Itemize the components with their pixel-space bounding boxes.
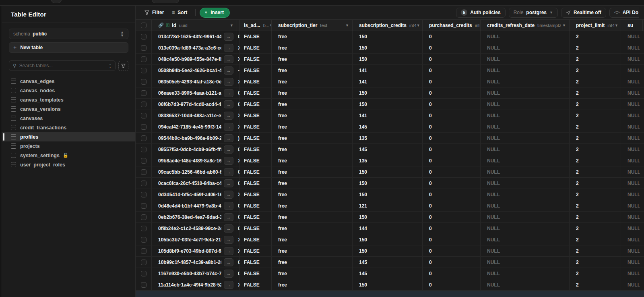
cell-credits-refresh-date[interactable]: NULL — [481, 31, 570, 42]
cell-credits-refresh-date[interactable]: NULL — [481, 87, 570, 98]
cell-subscription-credits[interactable]: 150 — [353, 87, 423, 98]
cell-project-limit[interactable]: 2 — [570, 87, 621, 98]
cell-purchased-credits[interactable]: 0 — [423, 178, 481, 189]
cell-clipped-right[interactable]: NULL — [621, 234, 643, 245]
cell-subscription-credits[interactable]: 145 — [353, 121, 423, 132]
cell-id[interactable]: 06f6b7d3-977d-4cd0-acd4-4a78...→ — [152, 99, 237, 110]
cell-credits-refresh-date[interactable]: NULL — [481, 99, 570, 110]
cell-is-admin[interactable]: FALSE — [240, 200, 272, 211]
cell-clipped-right[interactable]: NULL — [621, 279, 643, 290]
cell-id[interactable]: 048c4e50-b989-455e-847e-fb2f...→ — [152, 54, 237, 64]
cell-purchased-credits[interactable]: 0 — [423, 245, 481, 256]
cell-subscription-credits[interactable]: 145 — [353, 144, 423, 155]
column-header-clipped[interactable] — [237, 20, 240, 31]
cell-purchased-credits[interactable]: 0 — [423, 257, 481, 268]
cell-credits-refresh-date[interactable]: NULL — [481, 42, 570, 53]
cell-project-limit[interactable]: 2 — [570, 257, 621, 268]
cell-is-admin[interactable]: FALSE — [240, 31, 272, 42]
column-header-purchased-credits[interactable]: purchased_credits int4 ▼ — [423, 20, 481, 31]
cell-subscription-tier[interactable]: free — [272, 223, 353, 234]
expand-row-button[interactable]: → — [224, 157, 233, 165]
cell-subscription-tier[interactable]: free — [272, 54, 353, 64]
cell-is-admin[interactable]: FALSE — [240, 144, 272, 155]
cell-purchased-credits[interactable]: 0 — [423, 223, 481, 234]
row-checkbox[interactable] — [141, 45, 147, 51]
cell-subscription-credits[interactable]: 150 — [353, 212, 423, 222]
cell-subscription-tier[interactable]: free — [272, 144, 353, 155]
cell-project-limit[interactable]: 2 — [570, 200, 621, 211]
expand-row-button[interactable]: → — [224, 213, 233, 221]
cell-id[interactable]: 0cac6fca-26cf-4510-84ba-c4580...→ — [152, 178, 237, 189]
row-checkbox[interactable] — [141, 282, 147, 288]
cell-project-limit[interactable]: 2 — [570, 54, 621, 64]
cell-is-admin[interactable]: FALSE — [240, 54, 272, 64]
cell-id[interactable]: 09b8ae4e-f48c-4f89-8a8c-1629b...→ — [152, 155, 237, 166]
cell-project-limit[interactable]: 2 — [570, 155, 621, 166]
cell-id[interactable]: 0d48e4d4-b1bf-4479-9a8b-4a4b...→ — [152, 200, 237, 211]
cell-id[interactable]: 013e039a-fd89-473a-a3c6-ccfa9...→ — [152, 42, 237, 53]
row-checkbox[interactable] — [141, 124, 147, 130]
cell-project-limit[interactable]: 2 — [570, 76, 621, 87]
cell-id[interactable]: 0d3d541d-bf5c-459f-a406-16b93...→ — [152, 189, 237, 200]
new-table-button[interactable]: + New table — [9, 42, 128, 53]
cell-subscription-credits[interactable]: 150 — [353, 245, 423, 256]
row-checkbox[interactable] — [141, 203, 147, 209]
cell-project-limit[interactable]: 2 — [570, 178, 621, 189]
expand-row-button[interactable]: → — [224, 270, 233, 278]
cell-purchased-credits[interactable]: 0 — [423, 99, 481, 110]
row-checkbox[interactable] — [141, 68, 147, 73]
column-header-credits-refresh-date[interactable]: credits_refresh_date timestamptz ▼ — [481, 20, 570, 31]
row-checkbox[interactable] — [141, 181, 147, 186]
cell-is-admin[interactable]: FALSE — [240, 87, 272, 98]
cell-credits-refresh-date[interactable]: NULL — [481, 257, 570, 268]
cell-is-admin[interactable]: FALSE — [240, 257, 272, 268]
cell-subscription-credits[interactable]: 121 — [353, 200, 423, 211]
row-checkbox[interactable] — [141, 90, 147, 96]
cell-credits-refresh-date[interactable]: NULL — [481, 268, 570, 279]
cell-clipped-right[interactable]: NULL — [621, 166, 643, 177]
cell-clipped[interactable]: X — [237, 76, 240, 87]
cell-clipped[interactable]: X — [237, 279, 240, 290]
cell-is-admin[interactable]: FALSE — [240, 76, 272, 87]
cell-credits-refresh-date[interactable]: NULL — [481, 189, 570, 200]
cell-subscription-tier[interactable]: free — [272, 65, 353, 76]
cell-credits-refresh-date[interactable]: NULL — [481, 279, 570, 290]
cell-project-limit[interactable]: 2 — [570, 31, 621, 42]
cell-clipped-right[interactable]: NULL — [621, 223, 643, 234]
cell-purchased-credits[interactable]: 0 — [423, 76, 481, 87]
cell-project-limit[interactable]: 2 — [570, 65, 621, 76]
cell-id[interactable]: 0eb2b676-38ed-4ea7-9dad-38e6...→ — [152, 212, 237, 222]
cell-credits-refresh-date[interactable]: NULL — [481, 212, 570, 222]
cell-purchased-credits[interactable]: 0 — [423, 42, 481, 53]
sort-button[interactable]: ≡ Sort — [168, 8, 191, 17]
cell-subscription-credits[interactable]: 135 — [353, 155, 423, 166]
expand-row-button[interactable]: → — [224, 66, 233, 75]
cell-subscription-tier[interactable]: free — [272, 268, 353, 279]
cell-clipped-right[interactable]: NULL — [621, 54, 643, 64]
cell-subscription-credits[interactable]: 135 — [353, 133, 423, 143]
cell-purchased-credits[interactable]: 0 — [423, 166, 481, 177]
sidebar-item-canvas_nodes[interactable]: canvas_nodes — [2, 86, 135, 95]
row-checkbox[interactable] — [141, 214, 147, 220]
cell-purchased-credits[interactable]: 0 — [423, 279, 481, 290]
cell-credits-refresh-date[interactable]: NULL — [481, 54, 570, 64]
row-checkbox[interactable] — [141, 192, 147, 197]
column-header-clipped-right[interactable]: su — [621, 20, 643, 31]
cell-subscription-credits[interactable]: 150 — [353, 31, 423, 42]
cell-is-admin[interactable]: FALSE — [240, 245, 272, 256]
cell-clipped[interactable]: X — [237, 155, 240, 166]
column-header-subscription-tier[interactable]: subscription_tier text ▼ — [272, 20, 353, 31]
cell-project-limit[interactable]: 2 — [570, 223, 621, 234]
cell-project-limit[interactable]: 2 — [570, 279, 621, 290]
cell-subscription-tier[interactable]: free — [272, 178, 353, 189]
table-filter-button[interactable] — [118, 61, 128, 71]
cell-subscription-tier[interactable]: free — [272, 245, 353, 256]
column-header-is-admin[interactable]: is_ad... b... ▼ — [240, 20, 272, 31]
cell-clipped-right[interactable]: NULL — [621, 257, 643, 268]
cell-purchased-credits[interactable]: 0 — [423, 212, 481, 222]
cell-clipped[interactable]: X — [237, 245, 240, 256]
row-checkbox[interactable] — [141, 248, 147, 254]
cell-id[interactable]: 094caf42-7185-4e45-99f3-14abee...→ — [152, 121, 237, 132]
cell-subscription-credits[interactable]: 145 — [353, 257, 423, 268]
row-checkbox[interactable] — [141, 102, 147, 107]
